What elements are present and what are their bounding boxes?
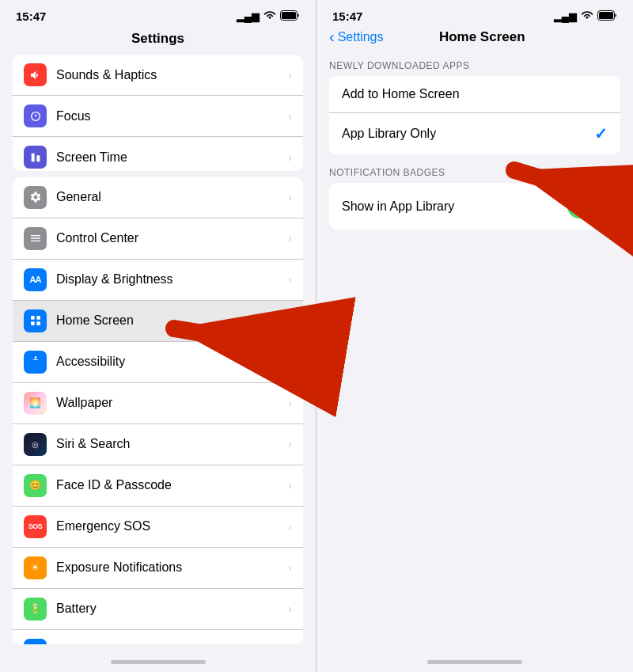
- sidebar-item-general[interactable]: General ›: [13, 177, 303, 218]
- svg-rect-2: [31, 153, 34, 161]
- sidebar-item-exposure[interactable]: ☀ Exposure Notifications ›: [13, 548, 303, 589]
- wifi-icon: [263, 10, 276, 22]
- screentime-chevron: ›: [288, 151, 292, 164]
- battery-chevron: ›: [288, 602, 292, 615]
- siri-icon: ◎: [24, 433, 47, 456]
- left-home-indicator: [111, 660, 206, 664]
- left-time: 15:47: [16, 9, 46, 23]
- app-library-only-item[interactable]: App Library Only ✓: [329, 113, 620, 154]
- sidebar-item-accessibility[interactable]: Accessibility ›: [13, 342, 303, 383]
- sidebar-item-privacy[interactable]: Privacy ›: [13, 630, 303, 644]
- sidebar-item-sounds[interactable]: Sounds & Haptics ›: [13, 55, 303, 96]
- settings-title: Settings: [0, 28, 316, 55]
- sidebar-item-siri[interactable]: ◎ Siri & Search ›: [13, 424, 303, 465]
- wallpaper-icon: 🌅: [24, 392, 47, 415]
- sidebar-item-wallpaper[interactable]: 🌅 Wallpaper ›: [13, 383, 303, 424]
- accessibility-chevron: ›: [288, 355, 292, 368]
- sidebar-item-battery[interactable]: 🔋 Battery ›: [13, 589, 303, 630]
- svg-rect-5: [36, 316, 40, 320]
- control-label: Control Center: [56, 231, 288, 245]
- homescreen-chevron: ›: [288, 314, 292, 327]
- display-icon: AA: [24, 268, 47, 291]
- battery-status-icon: [280, 10, 300, 23]
- faceid-label: Face ID & Passcode: [56, 478, 288, 492]
- svg-point-8: [34, 357, 36, 359]
- back-chevron-icon: ‹: [329, 28, 335, 46]
- right-home-indicator: [427, 660, 522, 664]
- control-icon: [24, 227, 47, 250]
- siri-label: Siri & Search: [56, 437, 288, 451]
- sidebar-item-control[interactable]: Control Center ›: [13, 218, 303, 260]
- sounds-chevron: ›: [288, 69, 292, 82]
- right-status-icons: ▂▄▆: [554, 10, 617, 23]
- sidebar-item-faceid[interactable]: 😊 Face ID & Passcode ›: [13, 465, 303, 507]
- sos-chevron: ›: [288, 520, 292, 533]
- battery-label: Battery: [56, 602, 288, 616]
- show-in-app-library-item[interactable]: Show in App Library: [329, 183, 620, 230]
- battery-icon: 🔋: [24, 598, 47, 621]
- sidebar-item-sos[interactable]: SOS Emergency SOS ›: [13, 507, 303, 548]
- screentime-icon: [24, 146, 47, 169]
- sos-label: Emergency SOS: [56, 519, 288, 533]
- accessibility-label: Accessibility: [56, 355, 288, 369]
- homescreen-icon: [24, 309, 47, 332]
- wallpaper-chevron: ›: [288, 397, 292, 409]
- homescreen-label: Home Screen: [56, 313, 288, 328]
- wallpaper-label: Wallpaper: [56, 396, 288, 410]
- right-wifi-icon: [581, 10, 593, 22]
- exposure-icon: ☀: [24, 556, 47, 579]
- left-panel: 15:47 ▂▄▆ Settings Sounds & Haptics › Fo…: [0, 0, 316, 672]
- screentime-label: Screen Time: [56, 150, 288, 165]
- svg-rect-4: [31, 316, 35, 320]
- add-home-label: Add to Home Screen: [342, 87, 608, 101]
- sounds-icon: [24, 63, 47, 86]
- general-icon: [24, 186, 47, 209]
- privacy-icon: [24, 639, 47, 644]
- focus-icon: [24, 104, 47, 127]
- app-library-checkmark: ✓: [594, 124, 608, 143]
- notification-badges-group: Show in App Library: [329, 183, 620, 230]
- svg-rect-6: [31, 322, 35, 326]
- right-panel: 15:47 ▂▄▆ ‹ Settings Home Screen NEWLY D…: [316, 0, 633, 672]
- accessibility-icon: [24, 351, 47, 374]
- display-label: Display & Brightness: [56, 272, 288, 287]
- sidebar-item-screentime[interactable]: Screen Time ›: [13, 137, 303, 171]
- right-status-bar: 15:47 ▂▄▆: [316, 0, 633, 28]
- back-label: Settings: [338, 30, 384, 44]
- left-bottom-bar: [0, 651, 316, 672]
- svg-rect-1: [282, 12, 296, 19]
- privacy-chevron: ›: [288, 644, 292, 644]
- toggle-knob: [585, 196, 606, 217]
- exposure-chevron: ›: [288, 561, 292, 574]
- control-chevron: ›: [288, 232, 292, 245]
- exposure-label: Exposure Notifications: [56, 560, 288, 575]
- sidebar-item-display[interactable]: AA Display & Brightness ›: [13, 260, 303, 301]
- sidebar-item-homescreen[interactable]: Home Screen ›: [13, 301, 303, 342]
- page-title: Home Screen: [383, 29, 581, 45]
- general-chevron: ›: [288, 191, 292, 203]
- focus-chevron: ›: [288, 110, 292, 123]
- right-nav: ‹ Settings Home Screen: [316, 28, 633, 54]
- right-signal-icon: ▂▄▆: [554, 10, 577, 22]
- settings-group-main: General › Control Center › AA Display & …: [13, 177, 303, 644]
- right-battery-icon: [597, 10, 617, 23]
- svg-rect-3: [36, 155, 40, 161]
- left-status-bar: 15:47 ▂▄▆: [0, 0, 316, 28]
- sidebar-item-focus[interactable]: Focus ›: [13, 96, 303, 137]
- siri-chevron: ›: [288, 438, 292, 450]
- general-label: General: [56, 190, 288, 204]
- add-to-home-screen-item[interactable]: Add to Home Screen: [329, 76, 620, 113]
- svg-rect-10: [599, 12, 613, 19]
- signal-icon: ▂▄▆: [237, 10, 260, 22]
- left-status-icons: ▂▄▆: [237, 10, 300, 23]
- newly-downloaded-group: Add to Home Screen App Library Only ✓: [329, 76, 620, 154]
- right-time: 15:47: [332, 9, 362, 23]
- app-library-label: App Library Only: [342, 127, 594, 141]
- sounds-label: Sounds & Haptics: [56, 68, 288, 82]
- settings-group-top: Sounds & Haptics › Focus › Screen Time ›: [13, 55, 303, 171]
- focus-label: Focus: [56, 109, 288, 123]
- show-app-library-toggle[interactable]: [567, 194, 608, 218]
- display-chevron: ›: [288, 273, 292, 286]
- back-button[interactable]: ‹ Settings: [329, 28, 383, 46]
- faceid-icon: 😊: [24, 474, 47, 497]
